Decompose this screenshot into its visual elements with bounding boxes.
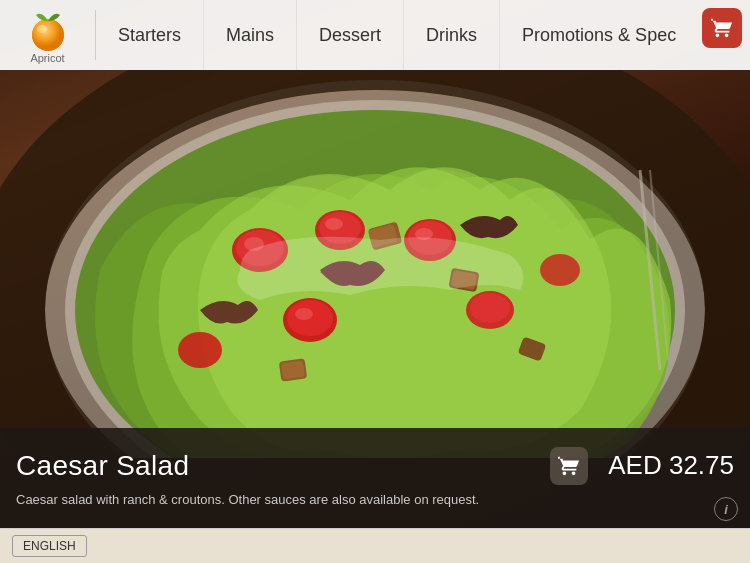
svg-point-15 [295, 308, 313, 320]
svg-rect-25 [281, 361, 305, 380]
svg-point-9 [325, 218, 343, 230]
language-button[interactable]: ENGLISH [12, 535, 87, 557]
logo-label: Apricot [30, 52, 64, 64]
svg-point-18 [178, 332, 222, 368]
add-to-cart-button[interactable] [550, 447, 588, 485]
dish-title: Caesar Salad [16, 450, 189, 482]
add-to-cart-icon [558, 455, 580, 477]
cart-top-button[interactable] [702, 8, 742, 48]
tab-promotions[interactable]: Promotions & Spec [500, 0, 698, 70]
svg-point-30 [32, 19, 64, 51]
dish-price: AED 32.75 [608, 450, 734, 481]
info-icon-label: i [724, 502, 728, 517]
logo-area[interactable]: Apricot [0, 0, 95, 70]
dish-description: Caesar salad with ranch & croutons. Othe… [16, 491, 734, 509]
tab-mains[interactable]: Mains [204, 0, 297, 70]
tab-starters[interactable]: Starters [96, 0, 204, 70]
dish-info-panel: Caesar Salad AED 32.75 Caesar salad with… [0, 428, 750, 528]
navigation-bar: Apricot Starters Mains Dessert Drinks Pr… [0, 0, 750, 70]
food-image [0, 70, 750, 458]
title-right: AED 32.75 [550, 447, 734, 485]
cart-top-icon [711, 17, 733, 39]
tab-dessert[interactable]: Dessert [297, 0, 404, 70]
svg-point-19 [540, 254, 580, 286]
svg-point-17 [470, 293, 510, 323]
app-logo-icon [22, 7, 74, 51]
nav-tabs: Starters Mains Dessert Drinks Promotions… [96, 0, 750, 70]
svg-point-31 [37, 25, 47, 33]
info-icon[interactable]: i [714, 497, 738, 521]
title-row: Caesar Salad AED 32.75 [16, 447, 734, 485]
tab-drinks[interactable]: Drinks [404, 0, 500, 70]
language-bar: ENGLISH [0, 528, 750, 563]
